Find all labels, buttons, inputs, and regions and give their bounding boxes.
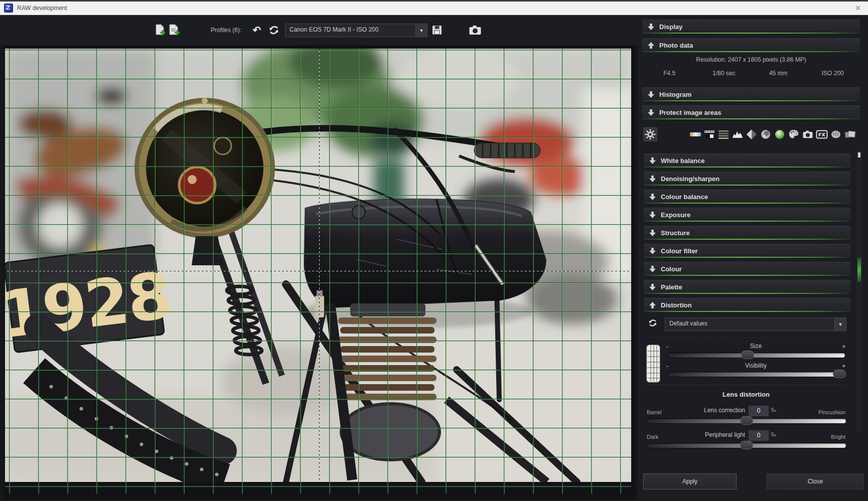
structure-icon[interactable] bbox=[746, 128, 758, 140]
panel-header-colour[interactable]: Colour bbox=[644, 262, 850, 276]
iso-value: ISO 200 bbox=[806, 70, 860, 77]
peripheral-light-label: Peripheral light bbox=[647, 431, 745, 438]
add-profile-with-settings-icon bbox=[168, 24, 180, 36]
settings-button[interactable] bbox=[643, 127, 657, 141]
panel-header-exposure[interactable]: Exposure bbox=[644, 208, 850, 222]
chevron-down-icon bbox=[649, 266, 656, 272]
colour-filter-icon[interactable] bbox=[760, 128, 772, 140]
resolution-text: Resolution: 2407 x 1605 pixels (3.86 MP) bbox=[642, 56, 860, 63]
panel-header-structure[interactable]: Structure bbox=[644, 226, 850, 240]
visibility-plus-button[interactable]: + bbox=[842, 362, 846, 370]
distortion-reset-button[interactable] bbox=[646, 316, 660, 329]
size-slider-handle[interactable] bbox=[741, 351, 754, 359]
chevron-down-icon bbox=[649, 212, 656, 218]
divider bbox=[646, 337, 846, 338]
panel-title-distortion: Distortion bbox=[661, 301, 691, 309]
panel-header-protect-areas[interactable]: Protect image areas bbox=[642, 105, 860, 119]
panel-header-display[interactable]: Display bbox=[642, 20, 860, 34]
visibility-slider-handle[interactable] bbox=[833, 370, 846, 378]
bright-label: Bright bbox=[795, 434, 845, 440]
colour-balance-icon[interactable] bbox=[717, 128, 730, 140]
close-button[interactable]: Close bbox=[767, 473, 864, 489]
undo-button[interactable]: ↶ bbox=[250, 23, 263, 37]
add-profile-button[interactable] bbox=[154, 23, 167, 37]
profile-select[interactable]: Canon EOS 7D Mark II - ISO 200 ▼ bbox=[285, 24, 427, 37]
film-profiles-icon[interactable] bbox=[844, 128, 856, 140]
lens-correction-unit: ‰ bbox=[771, 407, 776, 413]
camera-icon[interactable] bbox=[802, 128, 814, 140]
peripheral-light-value[interactable]: 0 bbox=[748, 430, 769, 441]
panel-header-distortion[interactable]: Distortion bbox=[644, 298, 850, 312]
panel-header-denoising[interactable]: Denoising/sharpen bbox=[644, 172, 850, 186]
dark-label: Dark bbox=[647, 434, 658, 440]
camera-preview-button[interactable] bbox=[469, 23, 482, 37]
chevron-down-icon[interactable]: ▼ bbox=[834, 318, 846, 330]
visibility-slider[interactable] bbox=[667, 372, 845, 377]
panel-header-white-balance[interactable]: White balance bbox=[644, 153, 850, 168]
size-slider[interactable] bbox=[667, 353, 845, 358]
chevron-down-icon bbox=[649, 157, 656, 164]
chevron-down-icon bbox=[649, 230, 656, 236]
peripheral-light-slider[interactable] bbox=[647, 443, 846, 448]
shutter-speed-value: 1/80 sec bbox=[697, 70, 752, 77]
focal-length-value: 45 mm bbox=[751, 70, 806, 77]
peripheral-light-handle[interactable] bbox=[740, 441, 753, 449]
save-profile-button[interactable] bbox=[430, 23, 444, 37]
denoising-sharpen-icon[interactable] bbox=[703, 128, 715, 140]
size-plus-button[interactable]: + bbox=[842, 343, 846, 350]
panel-header-photo-data[interactable]: Photo data bbox=[642, 38, 860, 52]
effects-fx-icon[interactable]: FX bbox=[816, 128, 828, 140]
add-profile-icon bbox=[155, 24, 166, 36]
panel-header-palette[interactable]: Palette bbox=[644, 280, 850, 294]
lens-correction-label: Lens correction bbox=[647, 407, 745, 414]
lens-correction-slider[interactable] bbox=[647, 418, 846, 424]
window-title: RAW development bbox=[17, 5, 67, 12]
panel-header-histogram[interactable]: Histogram bbox=[642, 87, 860, 101]
reload-profile-button[interactable] bbox=[267, 23, 280, 37]
panel-title-exposure: Exposure bbox=[661, 211, 690, 219]
exif-row: F4.5 1/80 sec 45 mm ISO 200 bbox=[642, 70, 860, 77]
chevron-down-icon bbox=[649, 248, 656, 254]
chevron-down-icon[interactable]: ▼ bbox=[415, 24, 427, 37]
divider bbox=[646, 384, 846, 385]
close-window-button[interactable]: × bbox=[852, 2, 864, 14]
panel-header-colour-balance[interactable]: Colour balance bbox=[644, 190, 850, 204]
image-canvas[interactable]: 1928 bbox=[4, 45, 635, 499]
panel-title-histogram: Histogram bbox=[659, 91, 691, 98]
lens-correction-value[interactable]: 0 bbox=[748, 405, 769, 417]
gear-icon bbox=[645, 129, 656, 140]
add-profile-with-settings-button[interactable] bbox=[168, 23, 181, 37]
panel-title-colour-filter: Colour filter bbox=[661, 247, 698, 255]
scrollbar-thumb[interactable] bbox=[858, 152, 860, 157]
profiles-count-label: Profiles (6): bbox=[211, 27, 241, 34]
panel-header-colour-filter[interactable]: Colour filter bbox=[644, 244, 850, 258]
distortion-preset-value: Default values bbox=[665, 318, 834, 330]
visibility-label: Visibility bbox=[666, 362, 845, 369]
floppy-icon bbox=[431, 25, 443, 36]
colour-ball-icon[interactable] bbox=[774, 128, 786, 140]
panel-title-denoising: Denoising/sharpen bbox=[661, 175, 719, 183]
panel-title-white-balance: White balance bbox=[661, 157, 704, 164]
chevron-up-icon bbox=[649, 302, 656, 308]
distortion-preset-select[interactable]: Default values ▼ bbox=[665, 317, 846, 331]
raw-development-window: RAW development × Profiles (6): ↶ bbox=[0, 0, 868, 501]
sidebar-scrollbar[interactable] bbox=[857, 151, 861, 432]
pincushion-label: Pincushion bbox=[795, 409, 845, 415]
photo-preview: 1928 bbox=[5, 49, 631, 482]
white-balance-icon[interactable] bbox=[689, 128, 701, 140]
chevron-down-icon bbox=[649, 176, 656, 182]
panel-title-colour-balance: Colour balance bbox=[661, 193, 708, 201]
sync-icon bbox=[268, 24, 280, 36]
chevron-down-icon bbox=[648, 24, 654, 30]
apply-button[interactable]: Apply bbox=[643, 473, 737, 489]
chevron-down-icon bbox=[649, 284, 656, 290]
panel-title-palette: Palette bbox=[661, 283, 682, 291]
size-label: Size bbox=[666, 343, 845, 350]
brain-icon[interactable] bbox=[830, 128, 842, 140]
lens-correction-handle[interactable] bbox=[740, 416, 753, 425]
exposure-histogram-icon[interactable] bbox=[732, 128, 744, 140]
undo-icon: ↶ bbox=[253, 24, 261, 36]
palette-icon[interactable] bbox=[788, 128, 800, 140]
titlebar: RAW development × bbox=[0, 2, 868, 15]
panel-title-protect-areas: Protect image areas bbox=[659, 109, 721, 116]
